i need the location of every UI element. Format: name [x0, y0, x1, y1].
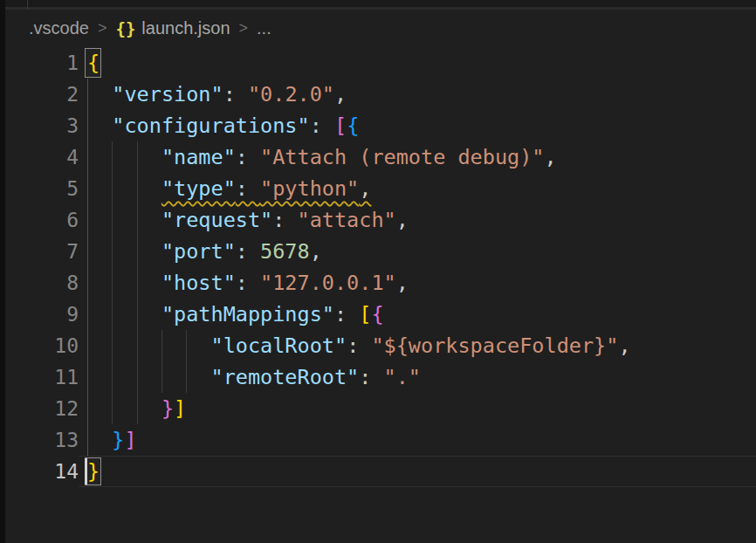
line-number[interactable]: 1: [5, 47, 79, 79]
line-number[interactable]: 8: [5, 267, 79, 299]
indent-guide: [87, 299, 88, 330]
code-token: [87, 271, 162, 295]
code-token: "127.0.0.1": [260, 271, 396, 295]
code-line[interactable]: 8 "host": "127.0.0.1",: [5, 267, 756, 299]
indent-guide: [87, 110, 88, 141]
code-token: [87, 145, 162, 169]
code-token: ,: [618, 333, 630, 358]
code-token: :: [236, 176, 260, 201]
code-token: "request": [162, 208, 272, 232]
line-number[interactable]: 6: [5, 204, 79, 236]
code-token: }: [162, 396, 174, 421]
code-line[interactable]: 10 "localRoot": "${workspaceFolder}",: [5, 330, 756, 361]
code-line[interactable]: 2 "version": "0.2.0",: [5, 79, 756, 110]
chevron-right-icon: >: [98, 19, 107, 38]
breadcrumb-file-label: launch.json: [141, 18, 230, 38]
breadcrumb-folder[interactable]: .vscode: [29, 18, 89, 38]
indent-guide: [186, 330, 187, 361]
breadcrumb-file[interactable]: {} launch.json: [115, 18, 230, 38]
code-token: :: [236, 271, 260, 295]
code-token: :: [236, 145, 260, 169]
code-line-content: "host": "127.0.0.1",: [79, 267, 756, 299]
code-line[interactable]: 7 "port": 5678,: [5, 236, 756, 267]
code-line[interactable]: 11 "remoteRoot": ".": [5, 361, 756, 393]
code-token: [87, 176, 162, 201]
indent-guide: [87, 141, 88, 173]
line-number[interactable]: 3: [5, 110, 79, 141]
code-line-content: "port": 5678,: [79, 236, 756, 267]
line-number[interactable]: 9: [5, 299, 79, 330]
json-file-icon: {}: [115, 19, 135, 38]
code-line[interactable]: 9 "pathMappings": [{: [5, 299, 756, 330]
code-line-content: {: [79, 47, 756, 79]
code-token: ,: [396, 208, 409, 232]
code-token: [87, 428, 112, 452]
code-token: "name": [162, 145, 236, 169]
indent-guide: [112, 173, 113, 204]
line-number[interactable]: 7: [5, 236, 79, 267]
code-line[interactable]: 6 "request": "attach",: [5, 204, 756, 236]
code-token: [87, 113, 112, 138]
line-number[interactable]: 4: [5, 141, 79, 173]
code-token: :: [236, 239, 260, 264]
code-token: [87, 82, 112, 107]
window-left-edge: [0, 0, 5, 543]
bracket-match: }: [87, 457, 100, 486]
indent-guide: [87, 267, 88, 299]
code-line-content: }]: [79, 424, 756, 456]
code-line[interactable]: 14}: [5, 456, 756, 487]
code-token: ,: [396, 271, 409, 295]
code-token: "pathMappings": [162, 302, 334, 326]
code-token: ,: [545, 145, 557, 169]
code-token: :: [347, 333, 371, 358]
code-line[interactable]: 13 }]: [5, 424, 756, 456]
code-line[interactable]: 12 }]: [5, 393, 756, 424]
indent-guide: [112, 236, 113, 267]
indent-guide: [112, 141, 113, 173]
code-token: "configurations": [112, 113, 309, 138]
code-token: :: [334, 302, 359, 326]
code-line-content: "request": "attach",: [79, 204, 756, 236]
code-token: "attach": [298, 208, 396, 232]
indent-guide: [137, 141, 138, 173]
tab-bar-edge: [0, 0, 756, 10]
line-number[interactable]: 11: [5, 361, 79, 393]
indent-guide: [162, 361, 162, 393]
indent-guide: [137, 361, 138, 393]
code-token: 5678: [260, 239, 310, 264]
code-token: ,: [310, 239, 322, 264]
chevron-right-icon: >: [239, 19, 249, 38]
indent-guide: [112, 267, 113, 299]
code-token: "localRoot": [210, 333, 347, 358]
indent-guide: [137, 393, 138, 424]
code-token: {: [347, 113, 359, 138]
indent-guide: [87, 204, 88, 236]
code-line[interactable]: 3 "configurations": [{: [5, 110, 756, 141]
line-number[interactable]: 2: [5, 79, 79, 110]
line-number[interactable]: 5: [5, 173, 79, 204]
code-line[interactable]: 4 "name": "Attach (remote debug)",: [5, 141, 756, 173]
bracket-match: {: [87, 47, 100, 79]
code-line-content: }]: [79, 393, 756, 424]
code-token: [87, 396, 162, 421]
indent-guide: [87, 393, 88, 424]
code-token: "remoteRoot": [210, 365, 359, 389]
code-editor[interactable]: 1{2 "version": "0.2.0",3 "configurations…: [0, 47, 756, 487]
breadcrumb: .vscode > {} launch.json > ...: [0, 10, 756, 47]
indent-guide: [87, 173, 88, 204]
code-token: ".": [384, 365, 421, 389]
line-number[interactable]: 10: [5, 330, 79, 361]
code-token: "host": [162, 271, 236, 295]
line-number[interactable]: 12: [5, 393, 79, 424]
code-line[interactable]: 1{: [5, 47, 756, 79]
code-token: [87, 239, 162, 264]
code-token: :: [223, 82, 248, 107]
indent-guide: [87, 361, 88, 393]
line-number[interactable]: 14: [5, 456, 79, 487]
code-token: [87, 302, 162, 326]
code-token: }: [112, 428, 124, 452]
line-number[interactable]: 13: [5, 424, 79, 456]
code-line[interactable]: 5 "type": "python",: [5, 173, 756, 204]
code-token: [87, 333, 210, 358]
breadcrumb-symbol-more[interactable]: ...: [257, 18, 271, 38]
